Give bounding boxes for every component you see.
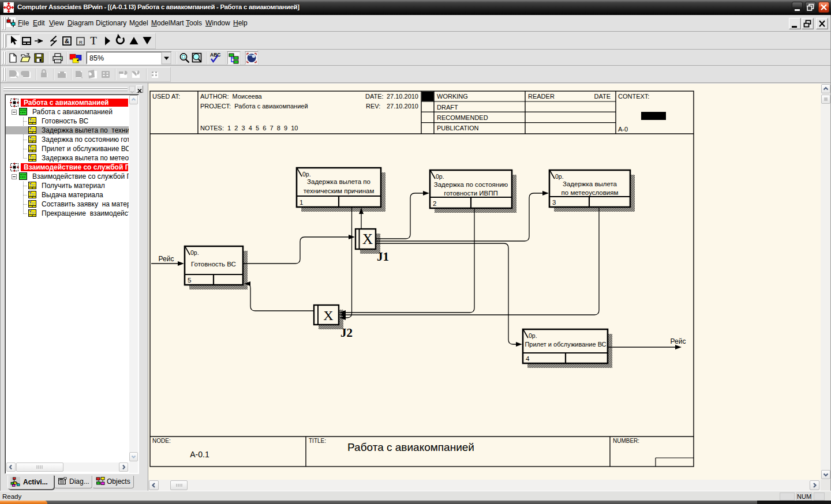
svg-text:готовности ИВПП: готовности ИВПП: [444, 190, 498, 197]
svg-text:J2: J2: [340, 326, 353, 340]
svg-text:0p.: 0p.: [436, 173, 444, 180]
svg-text:ABC: ABC: [210, 52, 220, 58]
svg-text:CONTEXT:: CONTEXT:: [618, 93, 649, 100]
svg-text:1: 1: [300, 199, 303, 206]
svg-text:4: 4: [526, 355, 530, 362]
svg-text:0p.: 0p.: [190, 249, 199, 256]
svg-text:NUMBER:: NUMBER:: [613, 438, 639, 444]
svg-text:5: 5: [188, 277, 191, 284]
svg-text:PUBLICATION: PUBLICATION: [437, 125, 479, 131]
svg-text:DRAFT: DRAFT: [437, 104, 458, 111]
svg-text:Рейс: Рейс: [671, 337, 686, 345]
svg-text:0p.: 0p.: [302, 171, 311, 178]
svg-text:техническим причинам: техническим причинам: [304, 187, 375, 194]
svg-text:NOTES: 1 2 3 4 5 6 7 8: NOTES: 1 2 3 4 5 6 7 8 9 10: [200, 125, 298, 131]
svg-text:Прилет и обслуживание ВС: Прилет и обслуживание ВС: [525, 341, 606, 348]
svg-text:RECOMMENDED: RECOMMENDED: [437, 114, 488, 121]
svg-text:&: &: [65, 37, 69, 44]
svg-text:DATE:: DATE:: [365, 93, 384, 100]
svg-text:Задержка по состоянию: Задержка по состоянию: [434, 181, 508, 188]
svg-text:3: 3: [552, 199, 556, 206]
svg-text:Работа с авиакомпанией: Работа с авиакомпанией: [347, 441, 474, 453]
svg-text:A-0: A-0: [618, 126, 628, 133]
svg-text:по метеоусловиям: по метеоусловиям: [562, 189, 619, 196]
svg-text:Задержка вылета по: Задержка вылета по: [307, 178, 370, 185]
svg-text:R: R: [79, 40, 83, 45]
svg-text:0p.: 0p.: [529, 332, 537, 339]
svg-text:READER: READER: [528, 93, 555, 100]
svg-text:Задержка вылета: Задержка вылета: [563, 180, 617, 187]
svg-text:X: X: [362, 231, 373, 247]
svg-text:T: T: [90, 35, 97, 47]
svg-text:27.10.2010: 27.10.2010: [387, 93, 418, 100]
svg-text:27.10.2010: 27.10.2010: [387, 103, 418, 110]
svg-text:X: X: [323, 308, 333, 323]
svg-text:2: 2: [433, 200, 436, 207]
svg-text:A-0.1: A-0.1: [190, 450, 209, 459]
svg-text:85%: 85%: [89, 54, 104, 62]
svg-text:AUTHOR: Моисеева: AUTHOR: Моисеева: [200, 93, 263, 100]
svg-text:Готовность ВС: Готовность ВС: [191, 261, 236, 268]
svg-text:DATE: DATE: [594, 93, 611, 100]
svg-text:TITLE:: TITLE:: [309, 438, 326, 444]
svg-text:Рейс: Рейс: [159, 255, 174, 263]
svg-text:USED AT:: USED AT:: [152, 93, 180, 100]
svg-text:WORKING: WORKING: [437, 93, 468, 100]
svg-text:PROJECT: Работа с авиакомпани: PROJECT: Работа с авиакомпанией: [200, 103, 308, 110]
svg-text:0p.: 0p.: [555, 173, 564, 180]
svg-text:NODE:: NODE:: [152, 438, 171, 444]
svg-text:J1: J1: [377, 250, 389, 264]
svg-text:REV:: REV:: [366, 103, 380, 110]
